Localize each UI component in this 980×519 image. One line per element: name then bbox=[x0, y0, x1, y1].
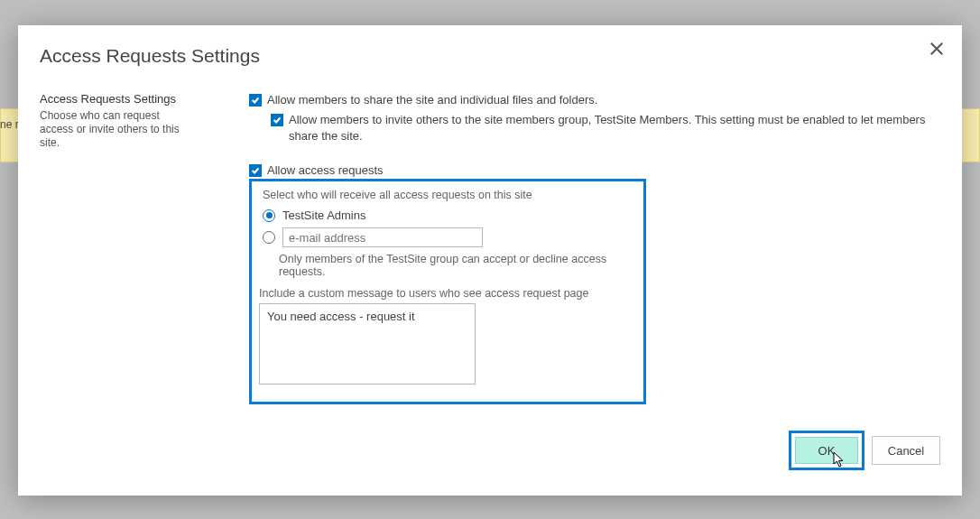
recipient-email-input[interactable] bbox=[282, 227, 483, 247]
allow-invite-label: Allow members to invite others to the si… bbox=[289, 112, 940, 144]
ok-button-highlight: OK bbox=[789, 431, 864, 470]
allow-share-label: Allow members to share the site and indi… bbox=[267, 92, 597, 108]
recipient-select-label: Select who will receive all access reque… bbox=[263, 189, 636, 201]
settings-description-panel: Access Requests Settings Choose who can … bbox=[40, 92, 195, 404]
access-requests-dialog: Access Requests Settings Access Requests… bbox=[18, 25, 962, 496]
allow-access-requests-label: Allow access requests bbox=[267, 162, 384, 179]
ok-button[interactable]: OK bbox=[795, 437, 858, 464]
allow-share-checkbox[interactable] bbox=[249, 94, 262, 107]
access-requests-highlight-box: Select who will receive all access reque… bbox=[249, 179, 646, 404]
cancel-button[interactable]: Cancel bbox=[872, 436, 940, 465]
section-description: Choose who can request access or invite … bbox=[40, 109, 195, 150]
recipient-email-hint: Only members of the TestSite group can a… bbox=[279, 253, 636, 278]
custom-message-label: Include a custom message to users who se… bbox=[259, 287, 636, 300]
allow-access-requests-checkbox[interactable] bbox=[249, 164, 262, 177]
recipient-admins-radio[interactable] bbox=[263, 209, 275, 222]
cancel-button-label: Cancel bbox=[888, 444, 924, 458]
close-icon[interactable] bbox=[928, 40, 946, 58]
section-heading: Access Requests Settings bbox=[40, 92, 195, 106]
recipient-email-radio[interactable] bbox=[263, 231, 275, 244]
allow-invite-checkbox[interactable] bbox=[271, 114, 283, 126]
recipient-admins-label: TestSite Admins bbox=[282, 209, 366, 222]
custom-message-textarea[interactable] bbox=[259, 303, 476, 385]
dialog-title: Access Requests Settings bbox=[40, 45, 940, 67]
ok-button-label: OK bbox=[818, 444, 836, 458]
